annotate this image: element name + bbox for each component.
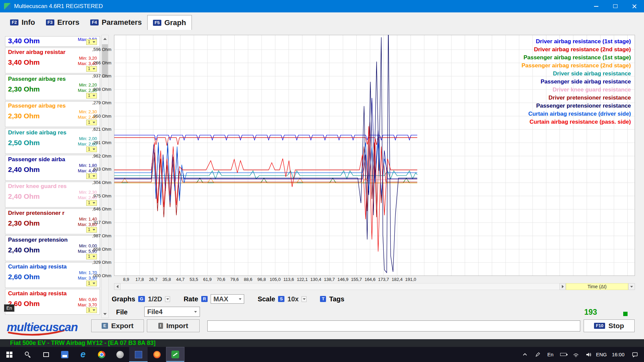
legend-item: Driver side airbag resistance [522, 70, 631, 78]
scroll-down-button[interactable] [102, 310, 108, 318]
parameter-card[interactable]: Passenger airbag res2,30 OhmMin: 2,20Max… [5, 74, 100, 100]
maximize-icon [613, 4, 618, 8]
parameter-name: Curtain airbag resista [8, 290, 97, 297]
chevron-down-icon [93, 309, 95, 311]
file-dropdown-value: File4 [147, 308, 163, 316]
edge-icon: e [80, 350, 86, 359]
scroll-left-button[interactable] [114, 283, 120, 290]
stop-button[interactable]: F10 Stop [584, 319, 635, 332]
tab-info-label: Info [21, 18, 35, 27]
tab-graph[interactable]: F5 Graph [147, 15, 192, 30]
graph-slot-badge[interactable]: 1 [86, 307, 97, 313]
y-tick-label: ,658 Ohm [92, 247, 111, 252]
graphs-mode-dropdown[interactable] [165, 296, 170, 302]
legend-item: Passenger pretensioner resistance [522, 102, 631, 110]
logo-text: multiecuscan [7, 320, 78, 334]
y-axis-labels: ,596 Ohm,266 Ohm,937 Ohm,608 Ohm,279 Ohm… [89, 35, 113, 283]
window-controls [587, 0, 644, 12]
tags-label[interactable]: Tags [329, 295, 344, 303]
app-gray-button[interactable] [111, 347, 129, 362]
action-center-button[interactable] [629, 347, 641, 362]
maximize-button[interactable] [606, 0, 625, 12]
close-button[interactable] [625, 0, 644, 12]
graph-controls-bar: Graphs G 1/2D Rate R MAX Scale S 10x T T… [112, 294, 358, 304]
y-tick-label: ,304 Ohm [92, 180, 111, 185]
tab-errors-hotkey-badge: F3 [46, 19, 54, 25]
graphs-label: Graphs [112, 295, 135, 303]
tab-parameters-label: Parameters [102, 18, 142, 27]
orange-app-icon [153, 351, 161, 358]
network-tray-button[interactable] [570, 347, 582, 362]
minimize-button[interactable] [587, 0, 606, 12]
task-view-icon [43, 352, 49, 357]
graph-h-scrollbar[interactable]: Time (Δt) [114, 283, 635, 290]
file-explorer-button[interactable] [55, 347, 74, 362]
volume-tray-button[interactable] [582, 347, 595, 362]
language-indicator-small[interactable]: En [544, 347, 557, 362]
parameter-name: Passenger pretension [8, 237, 97, 243]
parameter-card[interactable]: Passenger side airba2,40 OhmMin: 1,80Max… [5, 155, 100, 181]
graph-plot[interactable]: Driver airbag resistance (1st stage)Driv… [114, 35, 635, 276]
rate-dropdown[interactable]: MAX [211, 294, 244, 304]
x-axis-mode-dropdown[interactable] [628, 283, 635, 290]
import-label: Import [166, 322, 188, 330]
tab-errors-label: Errors [57, 18, 79, 27]
y-tick-label: ,291 Ohm [92, 140, 111, 145]
tags-control: T Tags [320, 295, 344, 303]
scale-hotkey-badge: S [278, 296, 284, 302]
parameter-card[interactable]: Driver side airbag res2,50 OhmMin: 2,00M… [5, 128, 100, 154]
language-overlay: En [4, 304, 14, 312]
y-tick-label: ,962 Ohm [92, 154, 111, 159]
parameter-value: 3,40 Ohm [8, 58, 40, 66]
tab-info[interactable]: F2 Info [5, 15, 41, 30]
parameter-value: 2,30 Ohm [8, 112, 40, 120]
search-button[interactable] [18, 347, 37, 362]
parameter-value: 2,40 Ohm [8, 246, 40, 254]
scale-dropdown[interactable] [302, 296, 307, 302]
parameter-card[interactable]: Driver airbag resistar3,40 OhmMin: 3,20M… [5, 48, 100, 73]
close-icon [632, 4, 637, 9]
tab-parameters[interactable]: F4 Parameters [85, 15, 147, 30]
legend-item: Curtain airbag resistance (pass. side) [522, 118, 631, 126]
stop-hotkey-badge: F10 [594, 323, 605, 329]
blue-tile-icon [135, 351, 142, 358]
keyboard-language-indicator[interactable]: ENG [595, 347, 608, 362]
parameter-card[interactable]: Curtain airbag resista2,60 OhmMin: 1,70M… [5, 262, 100, 288]
legend-item: Passenger airbag resistance (1st stage) [522, 54, 631, 62]
file-dropdown[interactable]: File4 [144, 307, 200, 317]
scale-value[interactable]: 10x [287, 295, 299, 303]
parameter-card[interactable]: Driver pretensioner r2,30 OhmMin: 1,40Ma… [5, 208, 100, 234]
parameter-card[interactable]: Passenger airbag res2,30 OhmMin: 2,30Max… [5, 101, 100, 127]
edge-button[interactable]: e [74, 347, 92, 362]
parameter-card[interactable]: Curtain airbag resista2,60 OhmMin: 0,60M… [5, 289, 100, 315]
chrome-icon [98, 351, 105, 358]
scroll-right-button[interactable] [559, 283, 566, 290]
parameter-name: Driver side airbag res [8, 129, 97, 136]
multiecuscan-taskbar-button[interactable] [166, 347, 184, 362]
pen-tray-button[interactable] [531, 347, 544, 362]
parameter-card[interactable]: Driver knee guard res2,40 OhmMin: 2,30Ma… [5, 182, 100, 207]
parameter-card[interactable]: 3,40 OhmMax: 3,501 [5, 36, 100, 47]
tab-errors[interactable]: F3 Errors [41, 15, 85, 30]
battery-tray-button[interactable] [557, 347, 570, 362]
chrome-button[interactable] [92, 347, 111, 362]
chevron-down-icon [194, 311, 197, 313]
tray-expand-button[interactable] [519, 347, 531, 362]
start-button[interactable] [0, 347, 18, 362]
legend-item: Curtain airbag resistance (driver side) [522, 110, 631, 118]
import-button[interactable]: I Import [147, 319, 200, 332]
parameter-name: Driver airbag resistar [8, 49, 97, 56]
parameter-card[interactable]: Passenger pretension2,40 OhmMin: 0,00Max… [5, 235, 100, 261]
app-blue-button[interactable] [129, 347, 148, 362]
progress-bar [207, 320, 580, 331]
legend-item: Driver pretensioner resistance [522, 94, 631, 102]
x-axis-labels: 8,917,826,735,844,753,561,970,679,688,69… [114, 277, 635, 283]
app-orange-button[interactable] [148, 347, 166, 362]
h-scroll-track[interactable] [120, 283, 559, 290]
app-icon [4, 3, 11, 10]
graphs-mode-value[interactable]: 1/2D [148, 295, 162, 303]
task-view-button[interactable] [37, 347, 55, 362]
clock[interactable]: 16:00 [608, 347, 629, 362]
parameter-value: 2,30 Ohm [8, 85, 40, 93]
x-axis-mode-label: Time (Δt) [566, 283, 628, 290]
